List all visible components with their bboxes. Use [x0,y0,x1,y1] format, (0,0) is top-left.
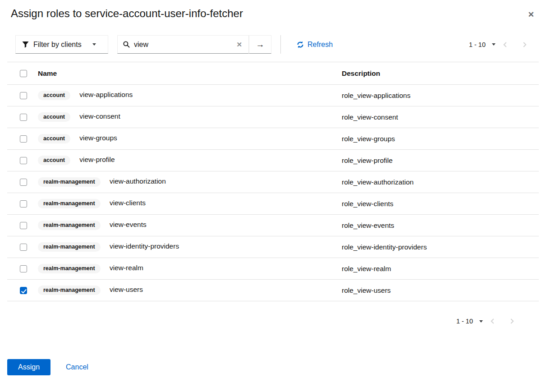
role-description: role_view-authorization [335,171,539,193]
role-description: role_view-clients [335,193,539,215]
search-submit-button[interactable]: → [249,35,271,54]
pagination-top: 1 - 10 [469,41,534,48]
table-row: account view-profile role_view-profile [7,150,539,171]
role-description: role_view-profile [335,150,539,171]
modal-header: Assign roles to service-account-user-inf… [0,0,546,20]
select-all-checkbox[interactable] [20,70,27,77]
row-checkbox[interactable] [20,179,27,186]
roles-table-body: account view-applications role_view-appl… [7,85,539,301]
previous-page-icon[interactable] [496,42,515,48]
role-description: role_view-consent [335,106,539,128]
role-name: view-users [110,286,143,293]
row-checkbox[interactable] [20,244,27,251]
row-checkbox[interactable] [20,157,27,164]
role-name: view-applications [79,91,133,98]
role-description: role_view-identity-providers [335,236,539,258]
filter-label: Filter by clients [33,41,82,49]
clear-search-icon[interactable]: ✕ [234,40,245,50]
refresh-label: Refresh [307,41,333,49]
chevron-down-icon [479,320,483,323]
table-row: account view-groups role_view-groups [7,128,539,150]
table-row: realm-management view-realm role_view-re… [7,258,539,280]
search-input[interactable] [134,41,234,49]
search-icon [123,41,130,48]
role-description: role_view-applications [335,85,539,106]
table-row: account view-consent role_view-consent [7,106,539,128]
role-name: view-authorization [110,177,166,185]
role-name: view-identity-providers [110,242,179,250]
filter-icon [22,41,29,48]
table-row: realm-management view-authorization role… [7,171,539,193]
table-row: realm-management view-clients role_view-… [7,193,539,215]
role-name: view-realm [110,264,143,272]
table-header-row: Name Description [7,62,539,85]
pagination-range-label: 1 - 10 [456,318,473,325]
client-badge: realm-management [38,177,101,187]
modal-actions: Assign Cancel [7,359,546,375]
role-name: view-groups [79,134,117,142]
pagination-range-label: 1 - 10 [469,41,486,48]
pagination-range-toggle[interactable]: 1 - 10 [456,318,483,325]
roles-table: Name Description account view-applicatio… [7,62,539,301]
table-row: account view-applications role_view-appl… [7,85,539,106]
toolbar: Filter by clients ✕ → [15,35,535,54]
chevron-down-icon [92,43,96,46]
row-checkbox[interactable] [20,287,27,294]
column-header-name: Name [34,62,335,85]
assign-roles-modal: Assign roles to service-account-user-inf… [0,0,546,375]
next-page-icon[interactable] [502,318,522,324]
column-header-description: Description [335,62,539,85]
client-badge: account [38,156,70,166]
client-badge: account [38,134,70,144]
close-icon[interactable]: ✕ [526,9,536,20]
chevron-down-icon [492,43,496,46]
row-checkbox[interactable] [20,114,27,121]
pagination-bottom: 1 - 10 [0,313,522,329]
table-row: realm-management view-identity-providers… [7,236,539,258]
role-description: role_view-realm [335,258,539,280]
client-badge: realm-management [38,199,101,209]
filter-by-clients-dropdown[interactable]: Filter by clients [15,35,108,54]
previous-page-icon[interactable] [483,318,502,324]
role-description: role_view-events [335,215,539,236]
client-badge: account [38,91,70,101]
refresh-icon [297,41,304,48]
client-badge: account [38,112,70,122]
row-checkbox[interactable] [20,135,27,143]
role-name: view-clients [110,199,146,207]
role-name: view-consent [79,112,120,120]
row-checkbox[interactable] [20,200,27,208]
row-checkbox[interactable] [20,222,27,229]
client-badge: realm-management [38,264,101,274]
assign-button[interactable]: Assign [7,359,50,375]
client-badge: realm-management [38,286,101,295]
client-badge: realm-management [38,242,101,252]
search-box: ✕ [117,35,249,54]
search-group: ✕ → [117,35,271,54]
toolbar-divider [280,35,281,54]
table-row: realm-management view-users role_view-us… [7,280,539,301]
role-name: view-profile [79,156,115,163]
cancel-button[interactable]: Cancel [64,359,90,375]
client-badge: realm-management [38,221,101,231]
row-checkbox[interactable] [20,265,27,272]
role-name: view-events [110,221,147,228]
role-description: role_view-groups [335,128,539,150]
pagination-range-toggle[interactable]: 1 - 10 [469,41,496,48]
role-description: role_view-users [335,280,539,301]
row-checkbox[interactable] [20,92,27,99]
table-row: realm-management view-events role_view-e… [7,215,539,236]
next-page-icon[interactable] [515,42,534,48]
page-title: Assign roles to service-account-user-inf… [11,7,535,20]
refresh-button[interactable]: Refresh [297,41,333,49]
